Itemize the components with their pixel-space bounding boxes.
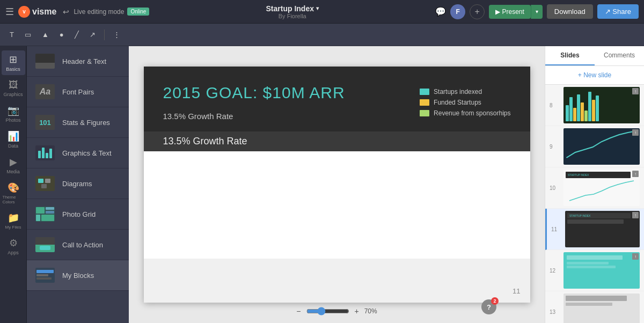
sidebar-item-label: Basics — [6, 67, 20, 72]
block-photo-grid[interactable]: Photo Grid — [27, 199, 129, 230]
comment-icon[interactable]: 💬 — [435, 6, 446, 17]
present-dropdown-button[interactable]: ▾ — [531, 5, 543, 19]
slide-thumb-11[interactable]: 11 STARTUP INDEX ↑ — [545, 209, 644, 250]
zoom-in-icon[interactable]: + — [354, 307, 358, 315]
arrow-tool-button[interactable]: ↗ — [86, 28, 99, 41]
slide-preview-8: ↑ — [564, 87, 640, 123]
legend-item-1: Funded Startups — [420, 99, 510, 106]
slide-thumb-8[interactable]: 8 ↑ — [545, 85, 644, 126]
slide-thumb-10[interactable]: 10 STARTUP INDEX ↑ — [545, 167, 644, 209]
svg-rect-6 — [36, 215, 40, 221]
block-diagrams[interactable]: Diagrams — [27, 168, 129, 199]
legend-item-0: Startups indexed — [420, 88, 510, 96]
sidebar-item-data[interactable]: 📊 Data — [2, 127, 25, 152]
slide-num-11: 11 — [551, 226, 561, 232]
upload-icon-8: ↑ — [632, 88, 639, 94]
tab-slides[interactable]: Slides — [545, 46, 595, 65]
slide-left: 2015 GOAL: $10M ARR 13.5% Growth Rate — [163, 84, 345, 121]
left-sidebar: ⊞ Basics 🖼 Graphics 📷 Photos 📊 Data ▶ Me… — [0, 46, 27, 323]
triangle-tool-button[interactable]: ▲ — [39, 28, 52, 41]
slide-preview-13 — [564, 293, 640, 323]
download-button[interactable]: Download — [547, 4, 593, 19]
files-icon: 📁 — [8, 212, 19, 224]
hamburger-icon[interactable]: ☰ — [5, 6, 14, 18]
slide-preview-12: ↑ — [564, 252, 640, 289]
topbar-right: 💬 F + ▶ Present ▾ Download ↗ Share — [435, 4, 639, 19]
tab-comments[interactable]: Comments — [595, 46, 644, 65]
slide-body — [144, 151, 530, 259]
slide-num-13: 13 — [550, 309, 559, 315]
slide-subtitle-inline: 13.5% Growth Rate — [163, 107, 345, 121]
photos-icon: 📷 — [8, 105, 19, 116]
present-button[interactable]: ▶ Present — [489, 5, 531, 19]
block-header-text-label: Header & Text — [62, 57, 106, 65]
topbar-left: ☰ v visme ↩ Live editing mode Online — [5, 6, 149, 18]
more-tools-button[interactable]: ⋮ — [110, 28, 123, 41]
new-slide-button[interactable]: + New slide — [545, 66, 644, 85]
zoom-bar: − + 70% — [296, 307, 377, 315]
slide-header: 2015 GOAL: $10M ARR 13.5% Growth Rate St… — [144, 67, 530, 131]
right-tabs: Slides Comments — [545, 46, 644, 66]
sidebar-item-media[interactable]: ▶ Media — [2, 153, 25, 178]
slide-num-10: 10 — [550, 185, 559, 191]
line-tool-button[interactable]: ╱ — [71, 28, 82, 41]
help-button[interactable]: ? 2 — [481, 299, 496, 314]
circle-tool-button[interactable]: ● — [56, 28, 67, 41]
slide-subtitle-bar: 13.5% Growth Rate — [144, 131, 530, 151]
slide-num-9: 9 — [550, 144, 559, 150]
sidebar-item-basics[interactable]: ⊞ Basics — [2, 50, 25, 75]
sidebar-item-theme[interactable]: 🎨 Theme Colors — [2, 179, 25, 208]
legend-item-2: Revenue from sponsorhips — [420, 109, 510, 117]
svg-rect-5 — [46, 211, 54, 214]
logo: v visme — [18, 6, 56, 18]
sidebar-item-files[interactable]: 📁 My Files — [2, 209, 25, 233]
zoom-slider[interactable] — [306, 307, 349, 315]
block-my-blocks[interactable]: My Blocks — [27, 260, 129, 291]
rect-tool-button[interactable]: ▭ — [21, 28, 34, 41]
slide-subtitle-text: 13.5% Growth Rate — [163, 112, 233, 121]
block-stats-figures[interactable]: 101 Stats & Figures — [27, 107, 129, 138]
block-font-pairs[interactable]: Aa Font Pairs — [27, 77, 129, 107]
project-title[interactable]: Startup Index ▾ — [266, 4, 319, 13]
zoom-out-icon[interactable]: − — [296, 307, 301, 315]
diagrams-thumb — [35, 176, 55, 191]
main-area: ⊞ Basics 🖼 Graphics 📷 Photos 📊 Data ▶ Me… — [0, 46, 644, 323]
text-tool-button[interactable]: T — [6, 28, 17, 41]
slides-list: 8 ↑ — [545, 85, 644, 323]
legend-label-1: Funded Startups — [434, 99, 481, 106]
zoom-label: 70% — [364, 307, 377, 315]
avatar[interactable]: F — [450, 4, 465, 19]
toolbar-separator — [104, 30, 105, 40]
blocks-panel: Header & Text Aa Font Pairs 101 Stats & … — [27, 46, 129, 323]
slide-thumb-9[interactable]: 9 ↑ — [545, 126, 644, 167]
add-collaborator-button[interactable]: + — [470, 4, 485, 19]
block-call-to-action[interactable]: Call to Action — [27, 230, 129, 260]
slide-num-8: 8 — [550, 102, 559, 108]
project-title-text: Startup Index — [266, 4, 314, 13]
sidebar-item-graphics[interactable]: 🖼 Graphics — [2, 76, 25, 100]
block-graphics-text[interactable]: Graphics & Text — [27, 138, 129, 168]
block-stats-figures-label: Stats & Figures — [62, 119, 110, 127]
slide-thumb-12[interactable]: 12 ↑ — [545, 250, 644, 291]
help-wrapper: ? 2 — [514, 304, 529, 319]
slide-subtitle-bar-text: 13.5% Growth Rate — [163, 136, 247, 146]
legend-dot-green — [420, 110, 429, 116]
block-header-text[interactable]: Header & Text — [27, 46, 129, 77]
call-to-action-thumb — [35, 237, 55, 252]
undo-icon[interactable]: ↩ — [63, 8, 69, 16]
svg-rect-8 — [40, 246, 50, 250]
sidebar-item-photos[interactable]: 📷 Photos — [2, 101, 25, 126]
legend-dot-yellow — [420, 99, 429, 106]
font-pairs-thumb: Aa — [35, 84, 55, 99]
sidebar-item-label: Data — [8, 143, 18, 149]
slide-preview-11: STARTUP INDEX ↑ — [565, 211, 640, 247]
upload-icon-12: ↑ — [632, 253, 639, 260]
block-font-pairs-label: Font Pairs — [62, 88, 94, 96]
slide-thumb-13[interactable]: 13 — [545, 291, 644, 323]
edit-mode-label: Live editing mode — [74, 8, 124, 16]
svg-rect-7 — [41, 215, 54, 221]
share-button[interactable]: ↗ Share — [597, 4, 639, 19]
toolbar-row: T ▭ ▲ ● ╱ ↗ ⋮ — [0, 24, 644, 46]
sidebar-item-apps[interactable]: ⚙ Apps — [2, 234, 25, 259]
graphics-text-thumb — [35, 145, 55, 160]
